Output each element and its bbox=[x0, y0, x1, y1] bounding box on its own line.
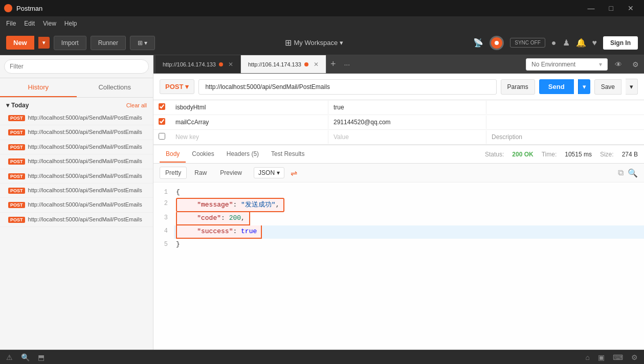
row-1-value: true bbox=[328, 101, 486, 114]
resp-tab-headers[interactable]: Headers (5) bbox=[220, 146, 265, 163]
bottom-icon-1[interactable]: ⚠ bbox=[6, 353, 13, 361]
tab-dot-1 bbox=[219, 62, 223, 66]
list-item[interactable]: POST http://localhost:5000/api/SendMail/… bbox=[0, 169, 153, 184]
wrap-icon[interactable]: ⇌ bbox=[291, 169, 297, 177]
import-button[interactable]: Import bbox=[54, 36, 86, 50]
heart-icon[interactable]: ♥ bbox=[592, 38, 597, 48]
close-button[interactable]: ✕ bbox=[621, 2, 640, 14]
new-dropdown-button[interactable]: ▼ bbox=[38, 37, 50, 49]
main-layout: History Collections ▾ Today Clear all PO… bbox=[0, 55, 644, 350]
new-key-field[interactable]: New key bbox=[170, 130, 328, 144]
environment-selector[interactable]: No Environment ▾ bbox=[526, 58, 608, 71]
help-icon[interactable]: ● bbox=[551, 38, 557, 48]
search-input[interactable] bbox=[4, 59, 149, 74]
fmt-tab-preview[interactable]: Preview bbox=[214, 167, 248, 179]
tab-close-1[interactable]: ✕ bbox=[228, 61, 233, 68]
list-item[interactable]: POST http://localhost:5000/api/SendMail/… bbox=[0, 198, 153, 212]
send-dropdown-button[interactable]: ▾ bbox=[578, 79, 590, 94]
line-number-4: 4 bbox=[153, 225, 174, 239]
bottom-inbox-icon[interactable]: ⬒ bbox=[38, 353, 45, 361]
list-item[interactable]: POST http://localhost:5000/api/SendMail/… bbox=[0, 125, 153, 140]
tab-close-2[interactable]: ✕ bbox=[314, 61, 319, 68]
save-dropdown-button[interactable]: ▾ bbox=[626, 79, 638, 95]
tab-label-2: http://106.14.174.133 bbox=[248, 61, 301, 67]
line-number-2: 2 bbox=[153, 198, 174, 212]
extra-button[interactable]: ⊞ ▾ bbox=[130, 36, 155, 50]
env-gear-icon[interactable]: ⚙ bbox=[629, 58, 642, 71]
code-line-5: 5 } bbox=[153, 239, 644, 250]
maximize-button[interactable]: □ bbox=[603, 2, 619, 14]
bottom-layout-icon[interactable]: ▣ bbox=[598, 353, 605, 361]
new-desc-field[interactable]: Description bbox=[486, 130, 644, 144]
tab-history[interactable]: History bbox=[0, 78, 77, 97]
tab-collections[interactable]: Collections bbox=[77, 78, 153, 97]
resp-tab-body[interactable]: Body bbox=[160, 146, 186, 163]
copy-icon[interactable]: ⧉ bbox=[618, 168, 624, 178]
list-item[interactable]: POST http://localhost:5000/api/SendMail/… bbox=[0, 154, 153, 169]
workspace-selector[interactable]: ⊞ My Workspace ▾ bbox=[285, 38, 343, 48]
status-indicator[interactable] bbox=[490, 36, 504, 50]
clear-all-button[interactable]: Clear all bbox=[126, 102, 147, 108]
window-controls[interactable]: — □ ✕ bbox=[582, 2, 640, 14]
code-line-1: 1 { bbox=[153, 187, 644, 198]
row-1-checkbox[interactable] bbox=[159, 103, 165, 110]
history-url: http://localhost:5000/api/SendMail/PostE… bbox=[28, 216, 142, 223]
menu-file[interactable]: File bbox=[6, 20, 16, 27]
method-badge: POST bbox=[8, 144, 25, 150]
sync-off-badge[interactable]: SYNC OFF bbox=[510, 38, 545, 48]
size-value: 274 B bbox=[622, 151, 638, 158]
add-tab-button[interactable]: + bbox=[326, 59, 340, 70]
code-editor: 1 { 2 "message": "发送成功", 3 "code": 2 bbox=[153, 183, 644, 350]
json-format-dropdown-icon: ▾ bbox=[277, 169, 280, 176]
row-new-checkbox[interactable] bbox=[159, 133, 165, 140]
list-item[interactable]: POST http://localhost:5000/api/SendMail/… bbox=[0, 213, 153, 227]
menu-bar: File Edit View Help bbox=[0, 16, 644, 31]
fmt-tab-pretty[interactable]: Pretty bbox=[160, 167, 187, 179]
bottom-bar: ⚠ 🔍 ⬒ ⌂ ▣ ⌨ ⚙ bbox=[0, 350, 644, 364]
menu-view[interactable]: View bbox=[43, 20, 56, 27]
bell-icon[interactable]: 🔔 bbox=[576, 38, 586, 48]
fmt-icons: ⧉ 🔍 bbox=[618, 168, 638, 178]
minimize-button[interactable]: — bbox=[582, 2, 601, 14]
method-badge: POST bbox=[8, 129, 25, 135]
search-icon[interactable]: 🔍 bbox=[628, 168, 638, 178]
params-button[interactable]: Params bbox=[501, 79, 535, 95]
list-item[interactable]: POST http://localhost:5000/api/SendMail/… bbox=[0, 184, 153, 198]
menu-edit[interactable]: Edit bbox=[24, 20, 35, 27]
tab-item-2[interactable]: http://106.14.174.133 ✕ bbox=[241, 55, 326, 73]
menu-help[interactable]: Help bbox=[64, 20, 77, 27]
url-input[interactable] bbox=[198, 79, 496, 95]
more-tabs-button[interactable]: ··· bbox=[340, 60, 354, 69]
tab-dot-2 bbox=[304, 62, 308, 66]
env-eye-icon[interactable]: 👁 bbox=[612, 58, 625, 71]
runner-button[interactable]: Runner bbox=[91, 36, 126, 50]
table-row-new: New key Value Description bbox=[153, 130, 644, 145]
row-2-checkbox[interactable] bbox=[159, 118, 165, 125]
time-label: Time: bbox=[542, 151, 557, 158]
toolbar-right: 📡 SYNC OFF ● ♟ 🔔 ♥ Sign In bbox=[473, 36, 638, 50]
list-item[interactable]: POST http://localhost:5000/api/SendMail/… bbox=[0, 140, 153, 154]
tab-item-1[interactable]: http://106.14.174.133 ✕ bbox=[156, 55, 241, 73]
bottom-settings-icon[interactable]: ⚙ bbox=[631, 353, 638, 361]
history-url: http://localhost:5000/api/SendMail/PostE… bbox=[28, 143, 142, 151]
new-button[interactable]: New bbox=[6, 36, 34, 50]
radar-icon[interactable]: 📡 bbox=[473, 38, 483, 48]
method-select[interactable]: POST ▾ bbox=[160, 79, 194, 94]
user-icon[interactable]: ♟ bbox=[563, 38, 570, 48]
bottom-search-icon[interactable]: 🔍 bbox=[21, 353, 30, 361]
send-button[interactable]: Send bbox=[539, 79, 574, 94]
new-value-field[interactable]: Value bbox=[328, 130, 486, 144]
save-button[interactable]: Save bbox=[594, 79, 621, 95]
bottom-right-icon-1[interactable]: ⌂ bbox=[586, 353, 590, 361]
status-label: Status: bbox=[485, 151, 504, 158]
tab-label-1: http://106.14.174.133 bbox=[163, 61, 216, 67]
list-item[interactable]: POST http://localhost:5000/api/SendMail/… bbox=[0, 111, 153, 125]
bottom-keyboard-icon[interactable]: ⌨ bbox=[613, 353, 623, 361]
fmt-tab-raw[interactable]: Raw bbox=[189, 167, 212, 179]
resp-tab-test-results[interactable]: Test Results bbox=[265, 146, 310, 163]
json-format-select[interactable]: JSON ▾ bbox=[254, 167, 284, 178]
tabs-bar: http://106.14.174.133 ✕ http://106.14.17… bbox=[153, 55, 644, 74]
resp-tab-cookies[interactable]: Cookies bbox=[186, 146, 220, 163]
sign-in-button[interactable]: Sign In bbox=[603, 36, 638, 50]
code-line-2: 2 "message": "发送成功", bbox=[153, 198, 644, 212]
